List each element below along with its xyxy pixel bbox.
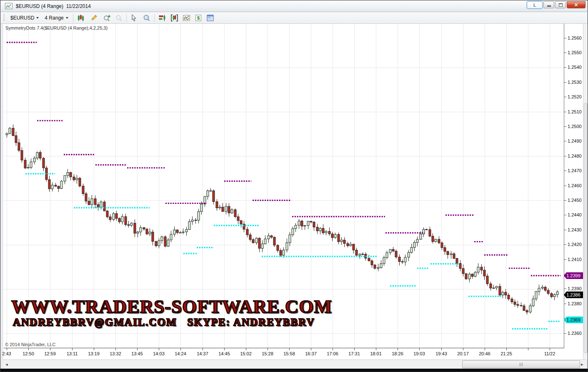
minimize-button[interactable] — [543, 1, 554, 8]
chevron-down-icon — [36, 17, 39, 19]
price-axis[interactable]: 1.25601.25501.25401.25301.25201.25101.25… — [564, 24, 583, 359]
blue-table-icon — [206, 14, 214, 22]
close-button[interactable]: ✕ — [567, 1, 585, 8]
price-label: 1.2540 — [568, 65, 582, 70]
time-tick — [506, 348, 507, 350]
maximize-button[interactable] — [555, 1, 566, 8]
price-label: 1.2480 — [568, 153, 582, 159]
time-tick — [528, 348, 528, 350]
scroll-right-button[interactable]: ► — [580, 362, 585, 367]
time-label: 14:24 — [175, 351, 186, 356]
chart-trader-button[interactable] — [156, 13, 168, 23]
time-tick — [354, 348, 355, 350]
chart-plot-area[interactable] — [3, 24, 564, 348]
price-label: 1.2410 — [568, 257, 582, 262]
time-label: 19:03 — [413, 351, 425, 356]
scroll-left-button[interactable]: ◄ — [4, 362, 9, 367]
time-axis[interactable]: 2:4312:5012:5913:1113:1913:3213:4514:031… — [3, 348, 564, 359]
drawing-tools-button[interactable] — [88, 13, 101, 23]
account-button[interactable]: $ — [193, 13, 204, 23]
price-label: 1.2360 — [568, 331, 582, 336]
time-tick — [224, 348, 225, 350]
price-tick — [564, 215, 566, 215]
time-tick — [268, 348, 268, 350]
price-tick — [564, 67, 566, 68]
time-tick — [203, 348, 203, 350]
title-bar[interactable]: $EURUSD (4 Range) 11/22/2014 L ✕ — [1, 0, 587, 12]
data-series-button[interactable] — [168, 13, 180, 23]
zoom-out-button[interactable] — [113, 13, 125, 23]
price-marker-1.2386: 1.2386 — [564, 292, 583, 298]
price-tick — [564, 126, 566, 127]
time-label: 15:28 — [262, 351, 273, 356]
price-label: 1.2500 — [568, 124, 582, 129]
time-label: 13:45 — [131, 351, 143, 356]
time-label: 14:37 — [197, 351, 208, 356]
time-tick — [441, 348, 442, 350]
magnifier-lens-icon — [143, 14, 150, 22]
price-tick — [564, 53, 566, 53]
time-tick — [180, 348, 181, 350]
time-label: 13:11 — [67, 351, 78, 356]
zoom-in-button[interactable] — [101, 13, 113, 23]
price-tick — [564, 156, 566, 156]
cursor-button[interactable] — [128, 13, 140, 23]
time-label: 16:37 — [305, 351, 317, 356]
indicators-button[interactable] — [180, 13, 193, 23]
price-tick — [564, 244, 566, 245]
arrow-pointer-icon — [130, 14, 137, 22]
candlestick-icon — [77, 14, 85, 22]
instrument-label: $EURUSD — [10, 15, 34, 21]
magnifier-plus-icon — [103, 14, 111, 22]
price-tick — [564, 333, 566, 334]
price-tick — [564, 259, 566, 260]
time-label: 13:32 — [110, 351, 121, 356]
time-tick — [137, 348, 138, 350]
toolbar-grip[interactable] — [3, 14, 5, 22]
time-tick — [419, 348, 420, 350]
price-tick — [564, 200, 566, 201]
instrument-selector[interactable]: $EURUSD — [8, 14, 42, 22]
chart-style-button[interactable] — [75, 13, 88, 23]
time-tick — [94, 348, 94, 350]
time-tick — [50, 348, 50, 350]
bracket-candles-icon — [170, 14, 178, 22]
time-tick — [28, 348, 29, 350]
price-marker-1.2369: 1.2369 — [564, 317, 583, 323]
time-label: 14:45 — [218, 351, 230, 356]
price-tick — [564, 141, 566, 141]
horizontal-scrollbar[interactable]: ◄ ► — [3, 359, 586, 369]
time-tick — [159, 348, 159, 350]
chevron-down-icon — [66, 17, 68, 19]
time-tick — [311, 348, 311, 350]
chart-app-icon — [5, 3, 13, 9]
time-label: 2:43 — [2, 351, 11, 356]
price-tick — [564, 186, 566, 186]
price-label: 1.2530 — [568, 80, 582, 85]
price-label: 1.2510 — [568, 109, 582, 115]
properties-button[interactable] — [204, 13, 216, 23]
time-label: 17:06 — [327, 351, 338, 356]
time-label: 12:59 — [44, 351, 56, 356]
time-label: 15:58 — [283, 351, 295, 356]
link-button[interactable]: L — [527, 1, 543, 9]
price-label: 1.2520 — [568, 94, 582, 100]
vertical-scrollbar[interactable] — [583, 24, 588, 359]
price-tick — [564, 230, 566, 230]
vertical-scrollbar-thumb[interactable] — [584, 103, 588, 353]
crosshair-button[interactable] — [140, 13, 153, 23]
time-tick — [463, 348, 463, 350]
chart-window: $EURUSD (4 Range) 11/22/2014 L ✕ $EURUSD… — [0, 0, 588, 372]
toolbar-separator — [126, 14, 127, 22]
price-tick — [564, 289, 566, 289]
time-tick — [333, 348, 333, 350]
svg-text:$: $ — [197, 15, 200, 20]
time-tick — [550, 348, 550, 350]
time-tick — [72, 348, 73, 350]
price-label: 1.2490 — [568, 138, 582, 144]
time-label: 12:50 — [23, 351, 34, 356]
price-tick — [564, 38, 566, 38]
toolbar-separator — [73, 14, 73, 22]
horizontal-scrollbar-thumb[interactable] — [462, 360, 580, 368]
interval-selector[interactable]: 4 Range — [42, 14, 71, 22]
